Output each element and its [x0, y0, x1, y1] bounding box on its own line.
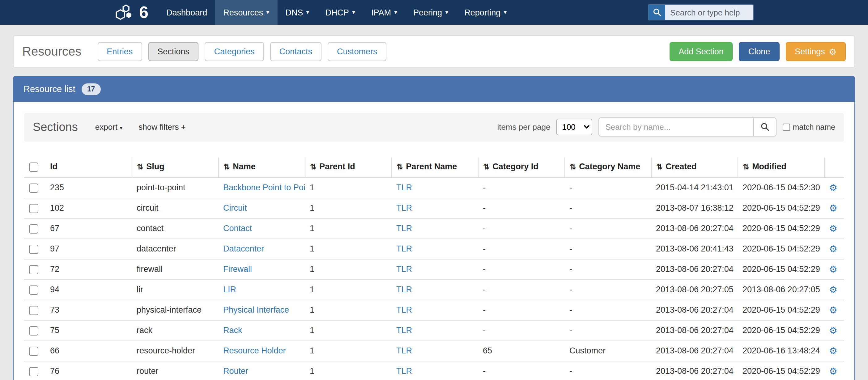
search-icon[interactable] [649, 5, 665, 20]
sort-icon[interactable]: ⇅ [743, 163, 749, 171]
row-checkbox[interactable] [29, 347, 38, 356]
cell-parent-id: 1 [305, 239, 391, 259]
row-settings-gear-icon[interactable]: ⚙ [829, 244, 837, 254]
help-search-input[interactable] [665, 5, 753, 20]
row-settings-gear-icon[interactable]: ⚙ [829, 203, 837, 213]
sort-icon[interactable]: ⇅ [223, 163, 230, 171]
row-checkbox[interactable] [29, 367, 38, 376]
cell-parent-id: 1 [305, 198, 391, 218]
nav-item[interactable]: Reporting ▾ [456, 0, 515, 25]
column-header[interactable]: ⇅Category Name [564, 158, 651, 178]
row-checkbox[interactable] [29, 245, 38, 254]
resource-name-link[interactable]: Physical Interface [223, 306, 289, 315]
search-button[interactable] [753, 118, 776, 137]
column-header-label: Category Id [492, 162, 538, 171]
sort-icon[interactable]: ⇅ [656, 163, 662, 171]
row-settings-gear-icon[interactable]: ⚙ [829, 366, 837, 376]
parent-name-link[interactable]: TLR [396, 326, 412, 335]
column-header[interactable]: ⇅Parent Id [305, 158, 391, 178]
parent-name-link[interactable]: TLR [396, 306, 412, 315]
column-header[interactable]: ⇅Parent Name [391, 158, 478, 178]
parent-name-link[interactable]: TLR [396, 224, 412, 233]
show-filters-toggle[interactable]: show filters + [138, 123, 185, 132]
tab-button[interactable]: Customers [328, 42, 387, 61]
sections-table: Id ⇅Slug ⇅Name ⇅Parent [24, 158, 844, 380]
nav-item[interactable]: Resources ▾ [215, 0, 277, 25]
column-header[interactable]: ⇅Slug [132, 158, 218, 178]
sort-icon[interactable]: ⇅ [570, 163, 576, 171]
items-per-page-select[interactable]: 100 [556, 119, 592, 136]
resource-name-link[interactable]: Firewall [223, 265, 252, 274]
nav-item[interactable]: Peering ▾ [405, 0, 456, 25]
row-settings-gear-icon[interactable]: ⚙ [829, 325, 837, 336]
cell-name: Physical Interface [218, 300, 305, 320]
clone-button[interactable]: Clone [739, 42, 780, 61]
resource-name-link[interactable]: Datacenter [223, 244, 264, 254]
row-select-cell [24, 361, 45, 380]
row-checkbox[interactable] [29, 285, 38, 295]
row-checkbox[interactable] [29, 204, 38, 213]
nav-item-label: Resources [223, 8, 263, 17]
column-header[interactable]: ⇅Created [651, 158, 738, 178]
parent-name-link[interactable]: TLR [396, 285, 412, 294]
cell-category-id: - [478, 218, 564, 239]
parent-name-link[interactable]: TLR [396, 183, 412, 192]
sort-icon[interactable]: ⇅ [483, 163, 489, 171]
nav-item[interactable]: Dashboard [158, 0, 215, 25]
column-header[interactable]: ⇅Modified [738, 158, 824, 178]
cell-name: Resource Holder [218, 341, 305, 361]
resource-name-link[interactable]: Router [223, 367, 248, 376]
chevron-down-icon: ▾ [120, 125, 122, 131]
row-settings-gear-icon[interactable]: ⚙ [829, 223, 837, 233]
nav-item-label: IPAM [371, 8, 391, 17]
resource-name-link[interactable]: Contact [223, 224, 252, 233]
tab-button[interactable]: Contacts [270, 42, 321, 61]
row-settings-gear-icon[interactable]: ⚙ [829, 264, 837, 274]
row-checkbox[interactable] [29, 265, 38, 274]
items-per-page-label: items per page [497, 123, 550, 132]
nav-item[interactable]: DHCP ▾ [317, 0, 363, 25]
row-checkbox[interactable] [29, 224, 38, 233]
chevron-down-icon: ▾ [266, 9, 269, 15]
resource-name-link[interactable]: Backbone Point to Point [223, 183, 305, 192]
sort-icon[interactable]: ⇅ [397, 163, 403, 171]
chevron-down-icon: ▾ [352, 9, 355, 15]
name-search-input[interactable] [598, 118, 753, 137]
column-header[interactable]: ⇅Name [218, 158, 305, 178]
row-checkbox[interactable] [29, 184, 38, 193]
parent-name-link[interactable]: TLR [396, 265, 412, 274]
tab-button[interactable]: Categories [205, 42, 264, 61]
sort-icon[interactable]: ⇅ [137, 163, 143, 171]
parent-name-link[interactable]: TLR [396, 203, 412, 213]
row-actions-cell: ⚙ [824, 300, 844, 320]
row-settings-gear-icon[interactable]: ⚙ [829, 284, 837, 295]
tab-button[interactable]: Entries [97, 42, 142, 61]
select-all-checkbox[interactable] [29, 162, 38, 172]
panel-body: Sections export ▾ show filters + items p… [13, 102, 855, 380]
resource-name-link[interactable]: LIR [223, 285, 236, 294]
parent-name-link[interactable]: TLR [396, 244, 412, 254]
settings-button[interactable]: Settings ⚙ [785, 42, 846, 61]
column-header[interactable]: Id [45, 158, 132, 178]
export-dropdown[interactable]: export ▾ [95, 123, 123, 132]
match-name-checkbox[interactable] [783, 124, 790, 131]
row-select-cell [24, 320, 45, 341]
add-section-button[interactable]: Add Section [669, 42, 733, 61]
tab-button[interactable]: Sections [148, 42, 199, 61]
sort-icon[interactable]: ⇅ [310, 163, 316, 171]
row-settings-gear-icon[interactable]: ⚙ [829, 305, 837, 315]
row-checkbox[interactable] [29, 306, 38, 315]
app-logo[interactable]: 6 [114, 0, 148, 25]
toolbar-right: items per page 100 mat [497, 118, 835, 137]
row-settings-gear-icon[interactable]: ⚙ [829, 182, 837, 193]
resource-name-link[interactable]: Circuit [223, 203, 247, 213]
nav-item[interactable]: IPAM ▾ [363, 0, 405, 25]
parent-name-link[interactable]: TLR [396, 346, 412, 356]
resource-name-link[interactable]: Resource Holder [223, 346, 286, 356]
row-checkbox[interactable] [29, 326, 38, 336]
row-settings-gear-icon[interactable]: ⚙ [829, 345, 837, 356]
column-header[interactable]: ⇅Category Id [478, 158, 564, 178]
nav-item[interactable]: DNS ▾ [277, 0, 317, 25]
resource-name-link[interactable]: Rack [223, 326, 242, 335]
parent-name-link[interactable]: TLR [396, 367, 412, 376]
